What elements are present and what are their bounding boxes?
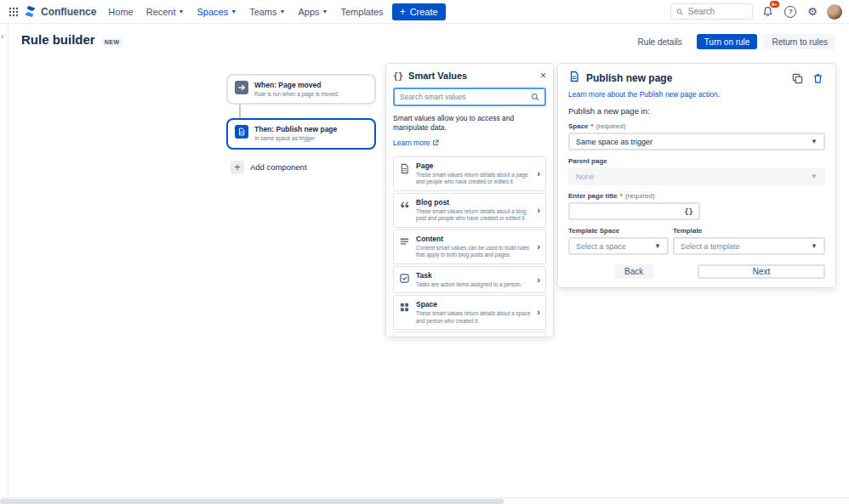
template-select[interactable]: Select a template ▼	[673, 237, 825, 255]
notifications-button[interactable]: 9+	[761, 4, 775, 19]
back-button[interactable]: Back	[614, 264, 653, 279]
chevron-down-icon: ▼	[811, 242, 818, 250]
chevron-down-icon: ▼	[322, 8, 328, 14]
app-grid-icon	[9, 7, 19, 17]
spaces-icon	[399, 301, 411, 313]
notification-count-badge: 9+	[770, 1, 780, 8]
page-title-field[interactable]: {}	[568, 202, 700, 220]
action-panel-header: Publish new page	[568, 71, 825, 86]
new-badge: NEW	[102, 38, 123, 46]
close-panel-button[interactable]: ×	[540, 71, 546, 81]
braces-icon: {}	[393, 71, 403, 81]
chevron-down-icon: ▼	[811, 173, 818, 180]
chevron-down-icon: ▼	[280, 8, 286, 14]
duplicate-component-button[interactable]	[790, 71, 805, 86]
global-search-input[interactable]	[688, 7, 748, 16]
page-icon	[399, 162, 411, 174]
item-body: Task Tasks are action items assigned to …	[416, 271, 531, 289]
content-icon	[399, 235, 411, 247]
next-button[interactable]: Next	[698, 264, 825, 279]
template-column: Template Select a template ▼	[673, 227, 825, 255]
page-title-field-label: Enter page title * (required)	[568, 192, 825, 200]
template-row: Template Space Select a space ▼ Template…	[568, 227, 825, 255]
add-component-button[interactable]: + Add component	[231, 161, 307, 174]
space-select[interactable]: Same space as trigger ▼	[568, 133, 825, 150]
action-card-publish-new-page[interactable]: Then: Publish new page In same space as …	[226, 118, 376, 149]
action-intro-text: Publish a new page in:	[568, 106, 825, 116]
expand-sidebar-button[interactable]: ›	[1, 31, 3, 41]
smart-value-item-comment[interactable]: Comment Comments can be posted within th…	[393, 331, 546, 337]
trigger-card-title: When: Page moved	[254, 81, 339, 89]
trigger-card-page-moved[interactable]: When: Page moved Rule is run when a page…	[226, 74, 376, 105]
action-learn-more-link[interactable]: Learn more about the Publish new page ac…	[568, 90, 825, 99]
return-to-rules-button[interactable]: Return to rules	[764, 34, 835, 49]
rule-canvas: When: Page moved Rule is run when a page…	[226, 74, 376, 174]
smart-value-item-content[interactable]: Content Content smart values can be used…	[393, 229, 546, 264]
action-card-title: Then: Publish new page	[254, 125, 337, 133]
template-space-column: Template Space Select a space ▼	[568, 227, 669, 255]
chevron-right-icon: ›	[536, 206, 541, 215]
delete-component-button[interactable]	[811, 71, 825, 86]
chevron-right-icon: ›	[536, 275, 541, 285]
trigger-card-subtitle: Rule is run when a page is moved.	[254, 91, 339, 98]
confluence-rule-builder-screen: Confluence Home Recent▼ Spaces▼ Teams▼ A…	[0, 0, 849, 504]
confluence-logo-icon	[24, 5, 37, 18]
page-moved-trigger-icon	[235, 81, 248, 94]
smart-values-search[interactable]	[393, 88, 546, 106]
action-card-subtitle: In same space as trigger	[254, 135, 337, 142]
copy-icon	[792, 73, 803, 84]
create-button[interactable]: + Create	[392, 3, 446, 20]
smart-value-item-space[interactable]: Space These smart values return details …	[393, 295, 546, 330]
primary-nav: Home Recent▼ Spaces▼ Teams▼ Apps▼ Templa…	[108, 7, 383, 17]
template-space-select[interactable]: Select a space ▼	[568, 237, 669, 255]
required-asterisk: *	[620, 192, 623, 200]
search-icon	[676, 8, 683, 16]
help-button[interactable]: ?	[783, 4, 798, 20]
turn-on-rule-button[interactable]: Turn on rule	[697, 34, 758, 49]
confluence-logo[interactable]: Confluence	[24, 5, 96, 18]
smart-values-search-input[interactable]	[400, 93, 527, 101]
scrollbar-thumb[interactable]	[0, 499, 504, 504]
plus-icon: +	[400, 7, 406, 17]
page-title: Rule builder	[21, 32, 95, 47]
item-body: Space These smart values return details …	[416, 300, 531, 325]
item-body: Page These smart values return details a…	[416, 161, 531, 186]
space-field-label: Space * (required)	[568, 122, 825, 130]
plus-icon: +	[231, 161, 244, 174]
settings-button[interactable]: ⚙	[806, 4, 819, 19]
nav-item-recent[interactable]: Recent▼	[146, 7, 185, 17]
template-label: Template	[673, 227, 825, 235]
topnav-right-cluster: 9+ ? ⚙	[670, 3, 842, 20]
app-switcher-button[interactable]	[7, 5, 20, 19]
smart-value-item-task[interactable]: Task Tasks are action items assigned to …	[393, 266, 546, 294]
nav-item-spaces[interactable]: Spaces▼	[197, 7, 236, 17]
parent-page-field-label: Parent page	[568, 157, 825, 165]
external-link-icon	[432, 139, 439, 146]
nav-item-teams[interactable]: Teams▼	[249, 7, 285, 17]
trigger-card-body: When: Page moved Rule is run when a page…	[254, 81, 339, 98]
publish-page-action-icon	[235, 125, 248, 139]
template-space-label: Template Space	[568, 227, 669, 235]
logo-wordmark: Confluence	[41, 6, 96, 18]
nav-item-apps[interactable]: Apps▼	[298, 7, 328, 17]
nav-item-home[interactable]: Home	[108, 7, 133, 17]
smart-value-item-blog-post[interactable]: Blog post These smart values return deta…	[393, 193, 546, 228]
global-search[interactable]	[670, 3, 753, 20]
smart-values-panel: {} Smart Values × Smart values allow you…	[386, 64, 553, 337]
parent-page-select[interactable]: None ▼	[568, 167, 825, 185]
rule-details-button[interactable]: Rule details	[630, 34, 690, 49]
nav-item-templates[interactable]: Templates	[340, 7, 383, 17]
header-actions: Rule details Turn on rule Return to rule…	[630, 34, 835, 49]
top-navigation: Confluence Home Recent▼ Spaces▼ Teams▼ A…	[0, 0, 849, 24]
action-card-body: Then: Publish new page In same space as …	[254, 125, 337, 142]
wizard-buttons: Back Next	[568, 264, 825, 279]
smart-value-item-page[interactable]: Page These smart values return details a…	[393, 156, 546, 191]
page-title-input[interactable]	[575, 207, 681, 216]
insert-smart-value-button[interactable]: {}	[684, 207, 693, 216]
chevron-down-icon: ▼	[231, 8, 236, 14]
smart-values-learn-more-link[interactable]: Learn more	[393, 139, 439, 147]
user-avatar[interactable]	[827, 4, 842, 20]
item-body: Content Content smart values can be used…	[416, 235, 531, 259]
required-asterisk: *	[591, 122, 594, 130]
horizontal-scrollbar[interactable]	[0, 497, 849, 504]
